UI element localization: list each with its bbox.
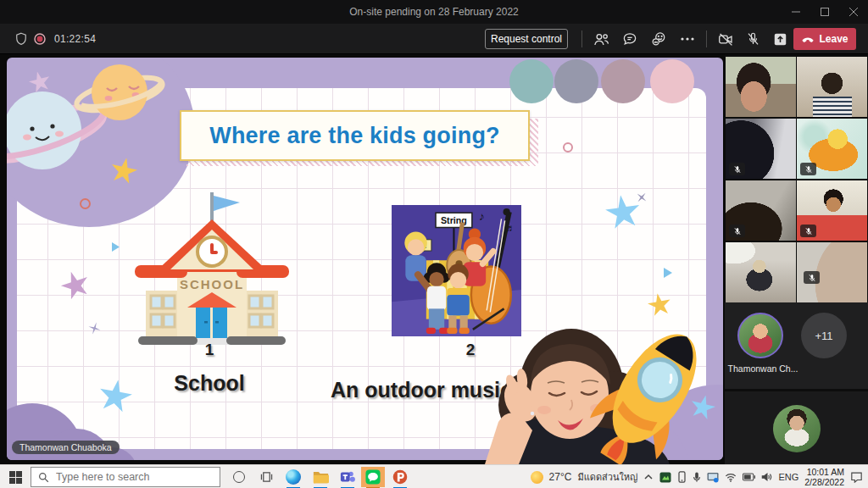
participants-button[interactable] [592,30,610,47]
share-button[interactable] [771,30,789,47]
participant-video[interactable] [726,242,796,302]
teams-meeting-window: On-site pending on 28 February 2022 01:2… [0,0,868,488]
leave-button[interactable]: Leave [793,28,856,50]
file-explorer-icon [313,470,329,484]
mic-off-icon [808,274,816,282]
avatar[interactable] [737,313,783,358]
search-icon [38,472,49,483]
mic-off-icon [733,227,742,236]
camera-toggle-button[interactable] [716,30,735,47]
reactions-button[interactable] [649,30,668,47]
participant-name-label: Thamonwan Ch... [725,363,801,374]
line-button[interactable] [361,467,385,487]
participant-video[interactable] [726,119,796,179]
meeting-toolbar: 01:22:54 Request control Leave [0,24,868,54]
dot-decoration-pink [650,59,694,103]
participant-video[interactable] [797,119,867,179]
meeting-timer: 01:22:54 [54,24,96,54]
task-view-button[interactable] [254,467,278,487]
taskbar-clock[interactable]: 10:01 AM 2/28/2022 [804,467,844,487]
edge-icon [286,469,301,485]
request-control-button[interactable]: Request control [485,29,568,49]
participant-video[interactable] [797,242,867,302]
participant-mic-off-badge [729,163,745,175]
dot-decoration-teal [509,59,554,103]
powerpoint-button[interactable] [388,467,412,487]
window-title: On-site pending on 28 February 2022 [0,0,868,24]
maximize-icon [821,8,829,16]
reactions-icon [650,30,668,47]
system-tray: 27°C มีแดดส่วนใหญ่ ENG 10:01 AM 2/28/202… [531,465,868,488]
option1-number: 1 [167,341,252,359]
close-button[interactable] [839,0,868,24]
maximize-button[interactable] [810,0,839,24]
tray-app-icon[interactable] [659,472,671,483]
self-view-panel [725,390,868,464]
weather-temp[interactable]: 27°C [549,471,572,483]
clock-time: 10:01 AM [804,467,844,477]
slide-title-box: Where are the kids going? [180,110,530,161]
toolbar-divider [581,30,582,47]
language-indicator[interactable]: ENG [778,472,798,482]
cortana-icon [233,471,245,483]
participant-video[interactable] [726,180,796,241]
dot-decoration-gray [554,59,598,103]
chat-button[interactable] [620,30,639,47]
participant-mic-off-badge [729,225,745,237]
taskbar-search[interactable] [31,467,220,487]
edge-button[interactable] [281,467,305,487]
mic-off-icon [733,165,742,174]
people-icon [593,31,610,47]
participant-mic-off-badge [800,163,816,175]
windows-taskbar: 27°C มีแดดส่วนใหญ่ ENG 10:01 AM 2/28/202… [0,464,868,488]
volume-icon[interactable] [761,472,772,482]
task-view-icon [260,471,273,483]
security-shield-icon [14,30,29,47]
mic-off-icon [745,30,761,47]
clock-date: 2/28/2022 [804,477,844,487]
participant-video[interactable] [797,180,867,241]
cortana-button[interactable] [227,467,251,487]
action-center-icon[interactable] [850,471,863,483]
participant-video[interactable] [726,57,796,117]
tray-phone-icon[interactable] [677,471,687,483]
weather-description[interactable]: มีแดดส่วนใหญ่ [577,469,637,485]
tray-mic-icon[interactable] [693,471,701,483]
mic-toggle-button[interactable] [743,30,762,47]
weather-icon[interactable] [531,471,543,484]
music-note-glyph: ♪ [479,210,485,223]
mic-off-icon [804,227,813,236]
rocket-sticker [585,313,721,470]
more-participants-count[interactable]: +11 [801,313,847,358]
chevron-up-icon[interactable] [643,473,654,481]
participant-mic-off-badge [804,271,820,284]
circle-outline-decoration [80,198,91,209]
teams-button[interactable] [336,467,359,487]
battery-icon[interactable] [743,473,755,481]
planets-decoration [7,58,181,202]
minimize-button[interactable] [782,0,810,24]
school-sign-text: SCHOOL [180,277,244,291]
teams-icon [340,469,355,485]
start-button[interactable] [3,467,27,487]
window-titlebar: On-site pending on 28 February 2022 [0,0,868,24]
chat-icon [621,30,638,47]
shared-content-stage: Where are the kids going? SCHOOL [0,54,725,464]
toolbar-divider [706,30,707,47]
minimize-icon [792,8,800,16]
participants-sidebar: +11 Thamonwan Ch... [725,54,868,464]
line-icon [365,469,381,485]
self-view-avatar[interactable] [773,405,821,452]
tray-display-icon[interactable] [707,472,719,483]
more-icon [680,36,695,42]
option1-label: School [142,371,277,396]
presenter-name-badge: Thamonwan Chuaboka [12,441,120,454]
file-explorer-button[interactable] [309,467,332,487]
more-actions-button[interactable] [678,30,697,47]
search-input[interactable] [56,471,200,483]
recording-indicator-icon [32,30,47,47]
participant-video[interactable] [797,57,867,117]
powerpoint-icon [392,469,408,485]
wifi-icon[interactable] [725,473,737,482]
leave-label: Leave [819,33,848,45]
